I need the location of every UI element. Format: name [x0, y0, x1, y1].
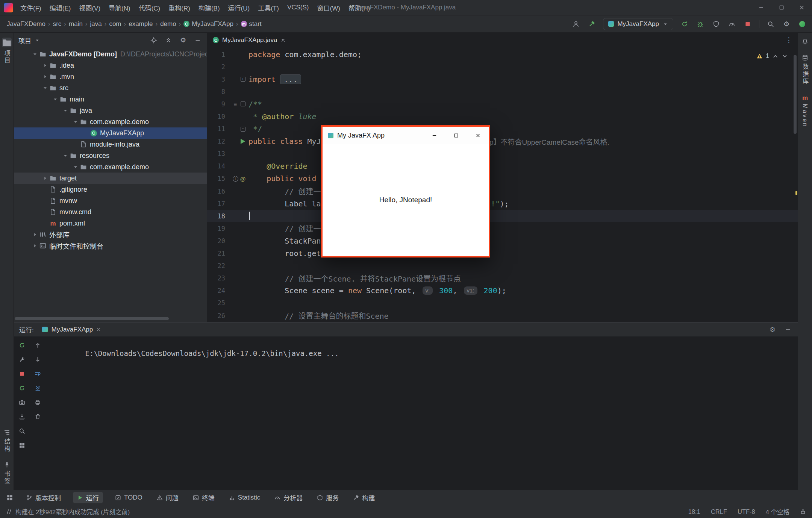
- breadcrumb-demo[interactable]: demo: [159, 19, 178, 29]
- inspection-widget[interactable]: 1: [756, 53, 788, 59]
- window-close-button[interactable]: [792, 0, 812, 15]
- file-encoding[interactable]: UTF-8: [738, 508, 755, 515]
- stripe-Maven[interactable]: mMaven: [798, 93, 812, 129]
- tree-item-target[interactable]: target: [14, 173, 207, 184]
- chevron-down-icon[interactable]: [62, 108, 69, 113]
- stop-button[interactable]: [743, 20, 752, 29]
- breadcrumb-method[interactable]: mstart: [239, 19, 263, 29]
- chevron-right-icon[interactable]: [31, 232, 39, 237]
- chevron-down-icon[interactable]: [41, 85, 49, 91]
- profiler-button[interactable]: [727, 20, 736, 29]
- avatar-button[interactable]: [798, 20, 807, 29]
- down-button[interactable]: [33, 355, 42, 364]
- menu-代码(C)[interactable]: 代码(C): [135, 0, 165, 15]
- code-line-10[interactable]: 10 * @author luke: [207, 110, 798, 123]
- code-line-19[interactable]: 19 // 创建一个StackPane布局: [207, 222, 798, 235]
- javafx-app-window[interactable]: My JavaFX App Hello, JNotepad!: [321, 125, 490, 257]
- import-button[interactable]: [17, 412, 26, 421]
- tree-item-mvnw[interactable]: mvnw: [14, 195, 207, 206]
- user-button[interactable]: [571, 20, 580, 29]
- toolwindow-问题[interactable]: 问题: [155, 492, 181, 503]
- breadcrumb-class[interactable]: CMyJavaFXApp: [182, 19, 235, 29]
- menu-构建(B)[interactable]: 构建(B): [194, 0, 224, 15]
- menu-VCS(S)[interactable]: VCS(S): [283, 0, 313, 15]
- toolwindow-TODO[interactable]: TODO: [113, 493, 145, 503]
- run-config-selector[interactable]: MyJavaFXApp: [603, 18, 673, 30]
- breadcrumb-example[interactable]: example: [127, 19, 154, 29]
- tree-item-pom.xml[interactable]: mpom.xml: [14, 218, 207, 229]
- code-line-9[interactable]: 9≡−/**: [207, 98, 798, 110]
- code-line-1[interactable]: 1package com.example.demo;: [207, 48, 798, 61]
- code-line-13[interactable]: 13: [207, 148, 798, 160]
- app-window-titlebar[interactable]: My JavaFX App: [323, 127, 489, 144]
- breadcrumb-com[interactable]: com: [108, 19, 123, 29]
- chevron-right-icon[interactable]: [41, 63, 49, 68]
- chevron-down-icon[interactable]: [72, 119, 79, 124]
- code-line-22[interactable]: 22: [207, 260, 798, 272]
- tree-item-.mvn[interactable]: .mvn: [14, 71, 207, 82]
- tree-item-MyJavaFXApp[interactable]: CMyJavaFXApp: [14, 127, 207, 139]
- toolwindow-switcher-button[interactable]: [5, 493, 14, 502]
- stripe-结构[interactable]: 结构: [0, 427, 14, 454]
- search-button[interactable]: [766, 20, 775, 29]
- chevron-down-icon[interactable]: [72, 164, 79, 170]
- close-icon[interactable]: [280, 38, 286, 43]
- scrollend-button[interactable]: [33, 383, 42, 392]
- tree-item-com.example.demo[interactable]: com.example.demo: [14, 161, 207, 173]
- stop-button[interactable]: [17, 369, 26, 378]
- rerun-button[interactable]: [680, 20, 689, 29]
- tree-item-.gitignore[interactable]: .gitignore: [14, 184, 207, 195]
- code-line-23[interactable]: 23 // 创建一个Scene. 并将StackPane设置为根节点: [207, 272, 798, 285]
- toolwindow-终端[interactable]: 终端: [191, 492, 217, 503]
- hide-button[interactable]: [193, 36, 202, 45]
- breadcrumb-main[interactable]: main: [67, 19, 84, 29]
- code-line-24[interactable]: 24 Scene scene = new Scene(root, v: 300,…: [207, 285, 798, 297]
- window-minimize-button[interactable]: [751, 0, 771, 15]
- stripe-书签[interactable]: 书签: [0, 460, 14, 487]
- code-area[interactable]: 1package com.example.demo;23+import ...8…: [207, 48, 798, 322]
- code-line-2[interactable]: 2: [207, 61, 798, 73]
- up-button[interactable]: [33, 341, 42, 350]
- settings-button[interactable]: ⚙: [179, 36, 188, 45]
- chevron-down-icon[interactable]: [34, 37, 40, 43]
- window-maximize-button[interactable]: [771, 0, 792, 15]
- menu-编辑(E)[interactable]: 编辑(E): [45, 0, 75, 15]
- chevron-right-icon[interactable]: [41, 74, 49, 79]
- menu-视图(V)[interactable]: 视图(V): [75, 0, 105, 15]
- project-panel-title[interactable]: 项目: [18, 36, 31, 45]
- editor-tab[interactable]: C MyJavaFXApp.java: [207, 33, 291, 47]
- wrap-button[interactable]: [33, 369, 42, 378]
- console-output[interactable]: E:\Downloads\CodesDownloads\jdk\jdk-17.0…: [45, 337, 798, 490]
- wrench-button[interactable]: [17, 355, 26, 364]
- hide-button[interactable]: [783, 325, 792, 334]
- code-line-20[interactable]: 20 StackPane root = new StackPane();: [207, 235, 798, 247]
- chevron-down-icon[interactable]: [62, 153, 69, 158]
- breadcrumb-JavaFXDemo[interactable]: JavaFXDemo: [5, 19, 47, 29]
- next-warning-icon[interactable]: [782, 53, 788, 59]
- locate-button[interactable]: [149, 36, 158, 45]
- code-line-18[interactable]: 18: [207, 210, 798, 222]
- toolwindow-版本控制[interactable]: 版本控制: [24, 492, 63, 503]
- toolwindow-Statistic[interactable]: Statistic: [227, 493, 263, 503]
- tree-item-main[interactable]: main: [14, 94, 207, 105]
- line-separator[interactable]: CRLF: [711, 508, 727, 515]
- code-line-17[interactable]: 17 Label label = new Label(text: "Hello,…: [207, 197, 798, 210]
- print-button[interactable]: [33, 398, 42, 407]
- tree-item-com.example.demo[interactable]: com.example.demo: [14, 116, 207, 127]
- menu-导航(N)[interactable]: 导航(N): [105, 0, 135, 15]
- toolwindow-服务[interactable]: 服务: [315, 492, 341, 503]
- breadcrumb-java[interactable]: java: [89, 19, 103, 29]
- code-line-8[interactable]: 8: [207, 85, 798, 98]
- bell-button[interactable]: [798, 36, 812, 47]
- chevron-right-icon[interactable]: [41, 176, 49, 181]
- hammer-button[interactable]: [587, 20, 596, 29]
- run-tab[interactable]: MyJavaFXApp: [38, 323, 105, 336]
- close-icon[interactable]: [96, 327, 101, 332]
- stripe-项目[interactable]: 项目: [0, 36, 14, 66]
- app-window-minimize-button[interactable]: [423, 127, 445, 144]
- search-button[interactable]: [17, 426, 26, 435]
- horizontal-scrollbar[interactable]: [15, 317, 169, 320]
- tree-row-root[interactable]: JavaFXDemo [Demo]D:\IDEAProjects\JCNCPro…: [14, 48, 207, 60]
- breadcrumb-src[interactable]: src: [52, 19, 63, 29]
- editor-options-icon[interactable]: ⋮: [785, 36, 798, 44]
